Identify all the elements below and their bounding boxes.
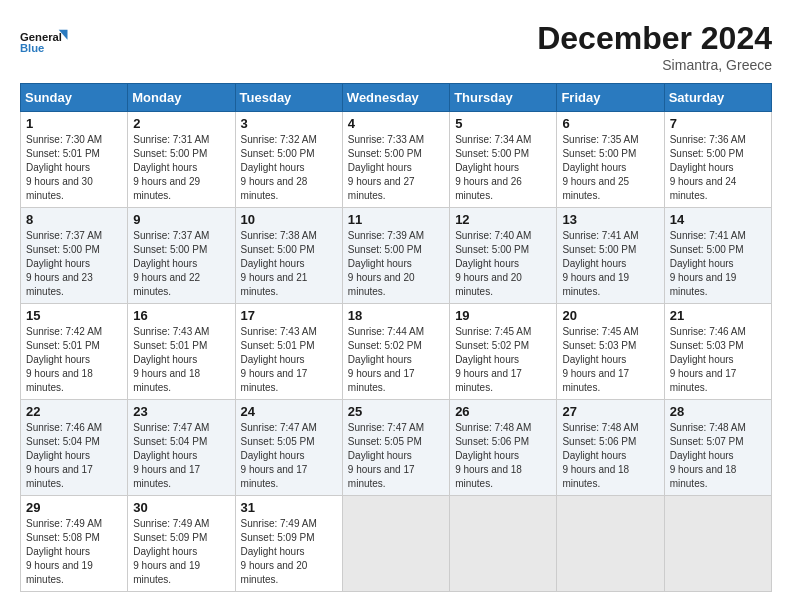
title-area: December 2024 Simantra, Greece	[537, 20, 772, 73]
day-info: Sunrise: 7:37 AM Sunset: 5:00 PM Dayligh…	[26, 229, 122, 299]
table-cell: 23 Sunrise: 7:47 AM Sunset: 5:04 PM Dayl…	[128, 400, 235, 496]
table-cell: 7 Sunrise: 7:36 AM Sunset: 5:00 PM Dayli…	[664, 112, 771, 208]
week-row-1: 1 Sunrise: 7:30 AM Sunset: 5:01 PM Dayli…	[21, 112, 772, 208]
location: Simantra, Greece	[537, 57, 772, 73]
table-cell	[557, 496, 664, 592]
day-number: 4	[348, 116, 444, 131]
month-title: December 2024	[537, 20, 772, 57]
day-number: 22	[26, 404, 122, 419]
day-info: Sunrise: 7:47 AM Sunset: 5:04 PM Dayligh…	[133, 421, 229, 491]
day-info: Sunrise: 7:42 AM Sunset: 5:01 PM Dayligh…	[26, 325, 122, 395]
day-number: 16	[133, 308, 229, 323]
week-row-2: 8 Sunrise: 7:37 AM Sunset: 5:00 PM Dayli…	[21, 208, 772, 304]
day-number: 8	[26, 212, 122, 227]
week-row-4: 22 Sunrise: 7:46 AM Sunset: 5:04 PM Dayl…	[21, 400, 772, 496]
table-cell: 31 Sunrise: 7:49 AM Sunset: 5:09 PM Dayl…	[235, 496, 342, 592]
weekday-wednesday: Wednesday	[342, 84, 449, 112]
day-number: 12	[455, 212, 551, 227]
table-cell: 14 Sunrise: 7:41 AM Sunset: 5:00 PM Dayl…	[664, 208, 771, 304]
day-number: 5	[455, 116, 551, 131]
day-number: 13	[562, 212, 658, 227]
day-number: 2	[133, 116, 229, 131]
week-row-3: 15 Sunrise: 7:42 AM Sunset: 5:01 PM Dayl…	[21, 304, 772, 400]
table-cell: 25 Sunrise: 7:47 AM Sunset: 5:05 PM Dayl…	[342, 400, 449, 496]
day-info: Sunrise: 7:32 AM Sunset: 5:00 PM Dayligh…	[241, 133, 337, 203]
table-cell: 8 Sunrise: 7:37 AM Sunset: 5:00 PM Dayli…	[21, 208, 128, 304]
svg-text:Blue: Blue	[20, 42, 44, 54]
table-cell: 2 Sunrise: 7:31 AM Sunset: 5:00 PM Dayli…	[128, 112, 235, 208]
table-cell: 20 Sunrise: 7:45 AM Sunset: 5:03 PM Dayl…	[557, 304, 664, 400]
weekday-saturday: Saturday	[664, 84, 771, 112]
day-number: 9	[133, 212, 229, 227]
day-info: Sunrise: 7:45 AM Sunset: 5:03 PM Dayligh…	[562, 325, 658, 395]
day-number: 15	[26, 308, 122, 323]
calendar-table: SundayMondayTuesdayWednesdayThursdayFrid…	[20, 83, 772, 592]
week-row-5: 29 Sunrise: 7:49 AM Sunset: 5:08 PM Dayl…	[21, 496, 772, 592]
table-cell: 29 Sunrise: 7:49 AM Sunset: 5:08 PM Dayl…	[21, 496, 128, 592]
table-cell: 6 Sunrise: 7:35 AM Sunset: 5:00 PM Dayli…	[557, 112, 664, 208]
weekday-monday: Monday	[128, 84, 235, 112]
day-info: Sunrise: 7:41 AM Sunset: 5:00 PM Dayligh…	[562, 229, 658, 299]
table-cell: 11 Sunrise: 7:39 AM Sunset: 5:00 PM Dayl…	[342, 208, 449, 304]
day-info: Sunrise: 7:37 AM Sunset: 5:00 PM Dayligh…	[133, 229, 229, 299]
weekday-header-row: SundayMondayTuesdayWednesdayThursdayFrid…	[21, 84, 772, 112]
day-number: 20	[562, 308, 658, 323]
day-info: Sunrise: 7:49 AM Sunset: 5:09 PM Dayligh…	[133, 517, 229, 587]
day-number: 29	[26, 500, 122, 515]
day-number: 17	[241, 308, 337, 323]
table-cell	[664, 496, 771, 592]
day-info: Sunrise: 7:39 AM Sunset: 5:00 PM Dayligh…	[348, 229, 444, 299]
day-info: Sunrise: 7:49 AM Sunset: 5:08 PM Dayligh…	[26, 517, 122, 587]
day-info: Sunrise: 7:36 AM Sunset: 5:00 PM Dayligh…	[670, 133, 766, 203]
table-cell	[450, 496, 557, 592]
logo: General Blue	[20, 20, 70, 65]
day-number: 21	[670, 308, 766, 323]
weekday-friday: Friday	[557, 84, 664, 112]
day-info: Sunrise: 7:43 AM Sunset: 5:01 PM Dayligh…	[241, 325, 337, 395]
table-cell: 22 Sunrise: 7:46 AM Sunset: 5:04 PM Dayl…	[21, 400, 128, 496]
day-info: Sunrise: 7:48 AM Sunset: 5:07 PM Dayligh…	[670, 421, 766, 491]
table-cell: 27 Sunrise: 7:48 AM Sunset: 5:06 PM Dayl…	[557, 400, 664, 496]
table-cell: 30 Sunrise: 7:49 AM Sunset: 5:09 PM Dayl…	[128, 496, 235, 592]
table-cell: 9 Sunrise: 7:37 AM Sunset: 5:00 PM Dayli…	[128, 208, 235, 304]
day-number: 27	[562, 404, 658, 419]
day-info: Sunrise: 7:38 AM Sunset: 5:00 PM Dayligh…	[241, 229, 337, 299]
day-info: Sunrise: 7:44 AM Sunset: 5:02 PM Dayligh…	[348, 325, 444, 395]
day-number: 28	[670, 404, 766, 419]
day-info: Sunrise: 7:45 AM Sunset: 5:02 PM Dayligh…	[455, 325, 551, 395]
day-number: 30	[133, 500, 229, 515]
day-info: Sunrise: 7:30 AM Sunset: 5:01 PM Dayligh…	[26, 133, 122, 203]
day-number: 10	[241, 212, 337, 227]
table-cell: 26 Sunrise: 7:48 AM Sunset: 5:06 PM Dayl…	[450, 400, 557, 496]
weekday-sunday: Sunday	[21, 84, 128, 112]
table-cell: 1 Sunrise: 7:30 AM Sunset: 5:01 PM Dayli…	[21, 112, 128, 208]
day-number: 11	[348, 212, 444, 227]
page-header: General Blue December 2024 Simantra, Gre…	[20, 20, 772, 73]
table-cell: 4 Sunrise: 7:33 AM Sunset: 5:00 PM Dayli…	[342, 112, 449, 208]
table-cell: 16 Sunrise: 7:43 AM Sunset: 5:01 PM Dayl…	[128, 304, 235, 400]
day-info: Sunrise: 7:43 AM Sunset: 5:01 PM Dayligh…	[133, 325, 229, 395]
day-number: 24	[241, 404, 337, 419]
day-info: Sunrise: 7:46 AM Sunset: 5:04 PM Dayligh…	[26, 421, 122, 491]
table-cell: 13 Sunrise: 7:41 AM Sunset: 5:00 PM Dayl…	[557, 208, 664, 304]
day-info: Sunrise: 7:41 AM Sunset: 5:00 PM Dayligh…	[670, 229, 766, 299]
day-number: 3	[241, 116, 337, 131]
day-number: 1	[26, 116, 122, 131]
day-number: 19	[455, 308, 551, 323]
day-info: Sunrise: 7:48 AM Sunset: 5:06 PM Dayligh…	[455, 421, 551, 491]
day-number: 18	[348, 308, 444, 323]
table-cell: 5 Sunrise: 7:34 AM Sunset: 5:00 PM Dayli…	[450, 112, 557, 208]
table-cell: 3 Sunrise: 7:32 AM Sunset: 5:00 PM Dayli…	[235, 112, 342, 208]
logo-svg: General Blue	[20, 20, 70, 65]
day-info: Sunrise: 7:31 AM Sunset: 5:00 PM Dayligh…	[133, 133, 229, 203]
day-number: 7	[670, 116, 766, 131]
table-cell: 17 Sunrise: 7:43 AM Sunset: 5:01 PM Dayl…	[235, 304, 342, 400]
table-cell: 19 Sunrise: 7:45 AM Sunset: 5:02 PM Dayl…	[450, 304, 557, 400]
day-info: Sunrise: 7:47 AM Sunset: 5:05 PM Dayligh…	[348, 421, 444, 491]
weekday-thursday: Thursday	[450, 84, 557, 112]
day-number: 6	[562, 116, 658, 131]
day-info: Sunrise: 7:49 AM Sunset: 5:09 PM Dayligh…	[241, 517, 337, 587]
day-number: 31	[241, 500, 337, 515]
table-cell: 15 Sunrise: 7:42 AM Sunset: 5:01 PM Dayl…	[21, 304, 128, 400]
table-cell: 21 Sunrise: 7:46 AM Sunset: 5:03 PM Dayl…	[664, 304, 771, 400]
